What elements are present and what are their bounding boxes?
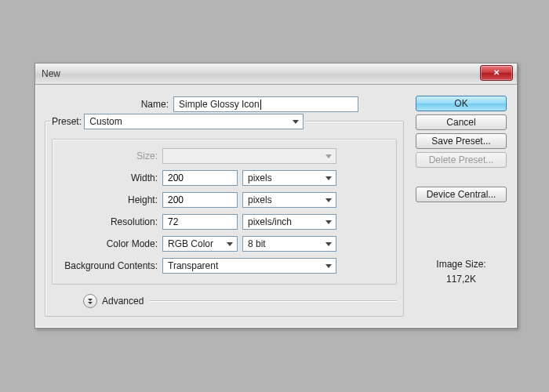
name-label: Name: <box>45 99 173 110</box>
cancel-button[interactable]: Cancel <box>416 114 507 130</box>
height-unit-select[interactable]: pixels <box>242 192 336 208</box>
color-depth-value: 8 bit <box>248 238 266 249</box>
ok-button[interactable]: OK <box>416 96 507 111</box>
resolution-label: Resolution: <box>57 216 162 227</box>
advanced-toggle-button[interactable] <box>83 294 97 308</box>
new-document-dialog: New ✕ Name: Simple Glossy Icon Preset: C… <box>35 63 518 328</box>
color-depth-select[interactable]: 8 bit <box>242 236 336 252</box>
height-unit-value: pixels <box>248 194 272 205</box>
background-contents-value: Transparent <box>168 260 218 271</box>
height-label: Height: <box>57 194 162 205</box>
width-unit-select[interactable]: pixels <box>242 170 336 186</box>
preset-details: Size: Width: pixels Hei <box>52 139 397 285</box>
dialog-content: Name: Simple Glossy Icon Preset: Custom … <box>35 85 517 328</box>
image-size-value: 117,2K <box>436 272 485 287</box>
delete-preset-button: Delete Preset... <box>416 152 507 168</box>
preset-select[interactable]: Custom <box>84 114 304 129</box>
delete-preset-button-label: Delete Preset... <box>429 154 494 165</box>
resolution-unit-select[interactable]: pixels/inch <box>242 214 336 230</box>
advanced-label: Advanced <box>102 296 144 307</box>
name-input-value: Simple Glossy Icon <box>179 99 260 110</box>
color-mode-label: Color Mode: <box>57 238 162 249</box>
text-cursor-icon <box>260 100 261 110</box>
advanced-row: Advanced <box>52 294 397 308</box>
device-central-button[interactable]: Device Central... <box>416 187 507 202</box>
background-contents-label: Background Contents: <box>57 260 162 271</box>
close-button[interactable]: ✕ <box>480 65 513 81</box>
button-column: OK Cancel Save Preset... Delete Preset..… <box>415 96 507 318</box>
resolution-unit-value: pixels/inch <box>248 216 292 227</box>
preset-label: Preset: <box>52 116 82 127</box>
cancel-button-label: Cancel <box>446 117 475 128</box>
device-central-button-label: Device Central... <box>427 189 496 200</box>
width-input[interactable] <box>162 170 238 186</box>
save-preset-button-label: Save Preset... <box>431 136 490 147</box>
preset-select-value: Custom <box>89 116 122 127</box>
width-unit-value: pixels <box>248 172 272 183</box>
ok-button-label: OK <box>454 98 467 109</box>
height-input[interactable] <box>162 192 238 208</box>
color-mode-select[interactable]: RGB Color <box>162 236 238 252</box>
image-size-block: Image Size: 117,2K <box>436 257 485 287</box>
preset-group: Preset: Custom Size: Width: <box>45 121 404 317</box>
form-area: Name: Simple Glossy Icon Preset: Custom … <box>45 96 404 318</box>
color-mode-value: RGB Color <box>168 238 213 249</box>
chevron-double-down-icon <box>88 299 93 304</box>
titlebar[interactable]: New ✕ <box>35 64 517 85</box>
background-contents-select[interactable]: Transparent <box>162 258 336 274</box>
image-size-label: Image Size: <box>436 257 485 272</box>
name-input[interactable]: Simple Glossy Icon <box>173 96 358 112</box>
size-select <box>162 148 336 164</box>
dialog-title: New <box>42 68 60 79</box>
width-label: Width: <box>57 172 162 183</box>
save-preset-button[interactable]: Save Preset... <box>416 133 507 149</box>
size-label: Size: <box>57 151 162 162</box>
advanced-divider <box>150 300 397 302</box>
close-icon: ✕ <box>493 69 500 77</box>
resolution-input[interactable] <box>162 214 238 230</box>
